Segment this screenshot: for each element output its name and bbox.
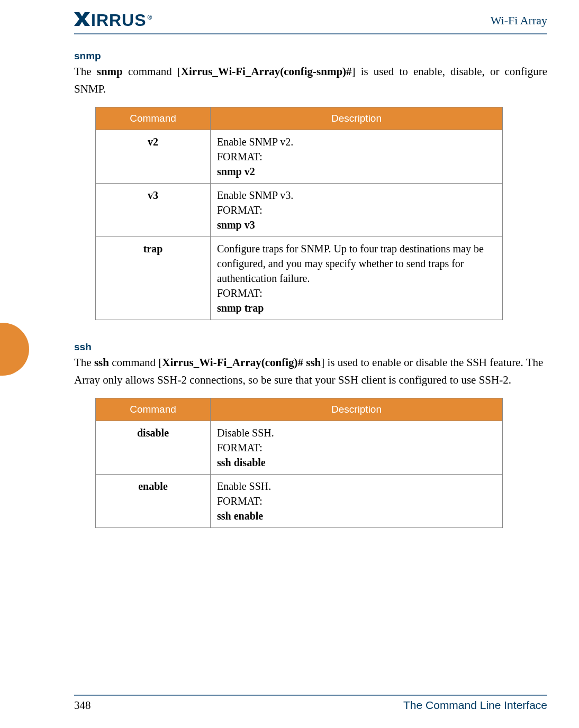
ssh-table: Command Description disable Disable SSH.… — [95, 398, 503, 528]
ssh-intro: The ssh command [Xirrus_Wi-Fi_Array(conf… — [74, 354, 547, 388]
cmd-name: enable — [96, 475, 211, 528]
svg-marker-0 — [74, 12, 90, 26]
cmd-name: disable — [96, 421, 211, 475]
text: Enable SNMP v3. — [217, 189, 293, 201]
text: command [ — [109, 356, 162, 369]
cmd-name: v2 — [96, 130, 211, 184]
table-row: trap Configure traps for SNMP. Up to fou… — [96, 237, 503, 320]
cmd-desc: Enable SNMP v2. FORMAT: snmp v2 — [211, 130, 503, 184]
text: FORMAT: — [217, 442, 263, 453]
table-header-description: Description — [211, 398, 503, 421]
footer-title: The Command Line Interface — [403, 699, 547, 712]
page-footer: 348 The Command Line Interface — [74, 695, 547, 712]
text: ssh enable — [217, 510, 263, 522]
cmd-desc: Enable SNMP v3. FORMAT: snmp v3 — [211, 184, 503, 237]
text: Enable SNMP v2. — [217, 136, 293, 148]
text: FORMAT: — [217, 287, 263, 299]
text: FORMAT: — [217, 204, 263, 216]
cmd-desc: Enable SSH. FORMAT: ssh enable — [211, 475, 503, 528]
text: snmp trap — [217, 302, 264, 314]
snmp-intro: The snmp command [Xirrus_Wi-Fi_Array(con… — [74, 63, 547, 97]
text: Xirrus_Wi-Fi_Array(config-snmp)# — [181, 65, 352, 78]
product-name: Wi-Fi Array — [491, 14, 547, 28]
page-number: 348 — [74, 699, 91, 712]
text: Enable SSH. — [217, 480, 271, 492]
text: snmp v2 — [217, 166, 255, 177]
section-heading-snmp: snmp — [74, 50, 547, 62]
text: The — [74, 356, 94, 369]
table-row: enable Enable SSH. FORMAT: ssh enable — [96, 475, 503, 528]
text: snmp v3 — [217, 219, 255, 231]
text: Xirrus_Wi-Fi_Array(config)# ssh — [162, 356, 321, 369]
table-row: disable Disable SSH. FORMAT: ssh disable — [96, 421, 503, 475]
table-row: v2 Enable SNMP v2. FORMAT: snmp v2 — [96, 130, 503, 184]
table-row: v3 Enable SNMP v3. FORMAT: snmp v3 — [96, 184, 503, 237]
text: command [ — [123, 65, 181, 78]
page-header: IRRUS® Wi-Fi Array — [74, 11, 547, 34]
brand-logo: IRRUS® — [74, 11, 152, 30]
text: ssh — [94, 356, 109, 369]
table-header-command: Command — [96, 398, 211, 421]
text: ssh disable — [217, 457, 266, 468]
text: Configure traps for SNMP. Up to four tra… — [217, 243, 484, 284]
text: Disable SSH. — [217, 427, 274, 439]
text: snmp — [97, 65, 123, 78]
cmd-name: v3 — [96, 184, 211, 237]
cmd-desc: Configure traps for SNMP. Up to four tra… — [211, 237, 503, 320]
cmd-name: trap — [96, 237, 211, 320]
table-header-command: Command — [96, 107, 211, 130]
logo-x-icon — [74, 12, 90, 26]
text: FORMAT: — [217, 495, 263, 507]
text: The — [74, 65, 97, 78]
table-header-description: Description — [211, 107, 503, 130]
snmp-table: Command Description v2 Enable SNMP v2. F… — [95, 107, 503, 320]
cmd-desc: Disable SSH. FORMAT: ssh disable — [211, 421, 503, 475]
text: FORMAT: — [217, 151, 263, 162]
brand-text: IRRUS® — [91, 11, 152, 30]
section-heading-ssh: ssh — [74, 341, 547, 353]
